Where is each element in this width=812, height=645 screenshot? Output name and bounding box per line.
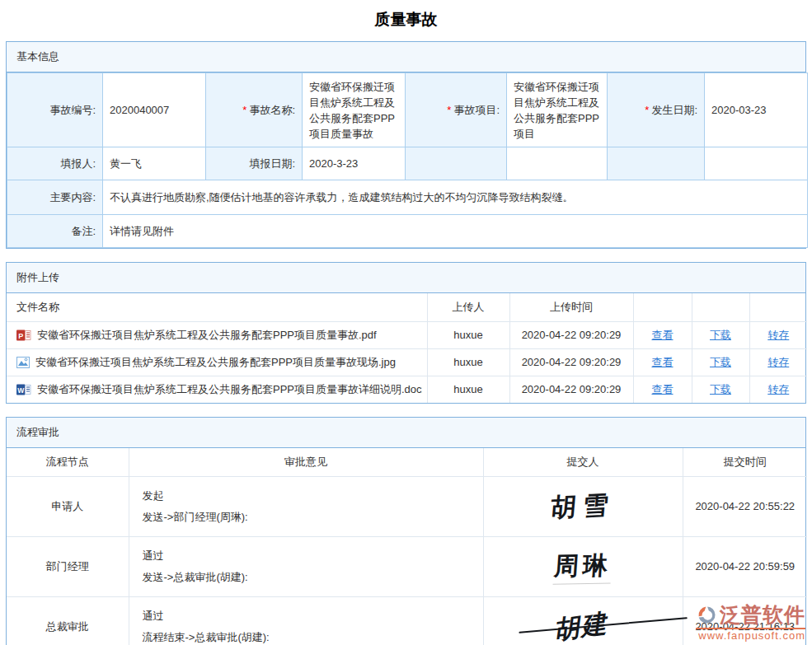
- transfer-link[interactable]: 转存: [767, 329, 789, 341]
- signature-image: 周琳: [553, 549, 613, 584]
- approval-node: 申请人: [7, 476, 129, 536]
- col-header-view: [633, 293, 692, 321]
- empty-value-cell: [507, 147, 608, 180]
- word-file-icon: W: [16, 383, 31, 396]
- attachment-row: 安徽省环保搬迁项目焦炉系统工程及公共服务配套PPP项目质量事故现场.jpg hu…: [7, 348, 807, 376]
- view-link[interactable]: 查看: [652, 356, 674, 368]
- view-link[interactable]: 查看: [652, 383, 674, 395]
- approval-submit-time: 2020-04-22 20:59:59: [683, 536, 807, 596]
- attachments-section-title: 附件上传: [7, 263, 805, 293]
- transfer-link[interactable]: 转存: [767, 356, 789, 368]
- file-name: 安徽省环保搬迁项目焦炉系统工程及公共服务配套PPP项目质量事故详细说明.docx: [37, 382, 422, 397]
- col-header-opinion: 审批意见: [129, 448, 483, 476]
- approval-submit-time: 2020-04-22 20:55:22: [683, 476, 807, 536]
- required-asterisk: *: [447, 104, 451, 116]
- accident-project-value: 安徽省环保搬迁项目焦炉系统工程及公共服务配套PPP项目: [507, 73, 608, 147]
- file-uploader: huxue: [427, 348, 509, 376]
- required-asterisk: *: [645, 104, 649, 116]
- approval-section-title: 流程审批: [7, 418, 805, 448]
- main-content-value: 不认真进行地质勘察,随便估计地基的容许承载力，造成建筑结构过大的不均匀沉降导致结…: [103, 180, 808, 215]
- pdf-file-icon: P: [16, 329, 31, 342]
- file-uploader: huxue: [427, 376, 509, 403]
- file-name: 安徽省环保搬迁项目焦炉系统工程及公共服务配套PPP项目质量事故现场.jpg: [35, 355, 396, 370]
- approval-row: 总裁审批 通过 流程结束->总裁审批(胡建): 胡建 2020-04-22 21…: [7, 596, 807, 645]
- accident-no-value: 2020040007: [103, 73, 206, 147]
- empty-value-cell: [705, 147, 808, 180]
- image-file-icon: [16, 356, 30, 369]
- approval-signature: 胡雪: [483, 476, 683, 536]
- approval-row: 部门经理 通过 发送->总裁审批(胡建): 周琳 2020-04-22 20:5…: [7, 536, 807, 596]
- file-name: 安徽省环保搬迁项目焦炉系统工程及公共服务配套PPP项目质量事故.pdf: [37, 328, 377, 343]
- remark-value: 详情请见附件: [103, 215, 808, 248]
- transfer-link[interactable]: 转存: [767, 383, 789, 395]
- download-link[interactable]: 下载: [710, 356, 731, 368]
- page-title: 质量事故: [0, 0, 812, 41]
- fanpu-logo-icon: [696, 604, 718, 626]
- required-asterisk: *: [242, 104, 246, 116]
- col-header-download: [692, 293, 749, 321]
- empty-label-cell: [608, 147, 705, 180]
- file-uploader: huxue: [427, 321, 509, 348]
- vendor-url-text: www.fanpusoft.com: [696, 628, 805, 641]
- basic-info-section-title: 基本信息: [7, 42, 805, 72]
- empty-label-cell: [406, 147, 507, 180]
- file-upload-time: 2020-04-22 09:20:29: [509, 376, 633, 403]
- basic-info-panel: 基本信息 事故编号: 2020040007 *事故名称: 安徽省环保搬迁项目焦炉…: [6, 41, 806, 249]
- approval-row: 申请人 发起 发送->部门经理(周琳): 胡雪 2020-04-22 20:55…: [7, 476, 807, 536]
- col-header-uploader: 上传人: [427, 293, 509, 321]
- attachments-panel: 附件上传 文件名称 上传人 上传时间 P 安徽省环保搬迁项目焦炉系统工程及公共服…: [6, 262, 806, 404]
- approval-node: 部门经理: [7, 536, 129, 596]
- approval-signature: 周琳: [483, 536, 683, 596]
- reporter-label: 填报人:: [7, 147, 103, 180]
- col-header-upload-time: 上传时间: [509, 293, 633, 321]
- col-header-file-name: 文件名称: [7, 293, 427, 321]
- approval-table: 流程节点 审批意见 提交人 提交时间 申请人 发起 发送->部门经理(周琳): …: [7, 448, 807, 645]
- signature-image: 胡雪: [549, 487, 617, 525]
- accident-no-label: 事故编号:: [7, 73, 103, 147]
- col-header-submitter: 提交人: [483, 448, 683, 476]
- view-link[interactable]: 查看: [652, 329, 674, 341]
- vendor-watermark: 泛普软件 www.fanpusoft.com: [696, 604, 805, 641]
- remark-label: 备注:: [7, 215, 103, 248]
- approval-panel: 流程审批 流程节点 审批意见 提交人 提交时间 申请人 发起 发送->部门经理(…: [6, 417, 806, 645]
- approval-opinion: 通过 发送->总裁审批(胡建):: [129, 536, 483, 596]
- reporter-value: 黄一飞: [103, 147, 206, 180]
- col-header-transfer: [749, 293, 807, 321]
- occur-date-label: *发生日期:: [608, 73, 705, 147]
- download-link[interactable]: 下载: [710, 383, 731, 395]
- download-link[interactable]: 下载: [710, 329, 731, 341]
- approval-opinion: 发起 发送->部门经理(周琳):: [129, 476, 483, 536]
- accident-name-value: 安徽省环保搬迁项目焦炉系统工程及公共服务配套PPP项目质量事故: [303, 73, 406, 147]
- svg-text:W: W: [17, 386, 25, 394]
- report-date-value: 2020-3-23: [303, 147, 406, 180]
- attachment-row: P 安徽省环保搬迁项目焦炉系统工程及公共服务配套PPP项目质量事故.pdf hu…: [7, 321, 807, 348]
- svg-text:P: P: [18, 331, 23, 339]
- approval-node: 总裁审批: [7, 596, 129, 645]
- report-date-label: 填报日期:: [206, 147, 303, 180]
- occur-date-value: 2020-03-23: [705, 73, 808, 147]
- accident-name-label: *事故名称:: [206, 73, 303, 147]
- approval-opinion: 通过 流程结束->总裁审批(胡建):: [129, 596, 483, 645]
- attachments-table: 文件名称 上传人 上传时间 P 安徽省环保搬迁项目焦炉系统工程及公共服务配套PP…: [7, 293, 807, 403]
- col-header-node: 流程节点: [7, 448, 129, 476]
- basic-info-table: 事故编号: 2020040007 *事故名称: 安徽省环保搬迁项目焦炉系统工程及…: [7, 72, 808, 248]
- main-content-label: 主要内容:: [7, 180, 103, 215]
- approval-signature: 胡建: [483, 596, 683, 645]
- vendor-brand-text: 泛普软件: [720, 605, 805, 625]
- file-upload-time: 2020-04-22 09:20:29: [509, 348, 633, 376]
- col-header-submit-time: 提交时间: [683, 448, 807, 476]
- accident-project-label: *事故项目:: [406, 73, 507, 147]
- file-upload-time: 2020-04-22 09:20:29: [509, 321, 633, 348]
- attachment-row: W 安徽省环保搬迁项目焦炉系统工程及公共服务配套PPP项目质量事故详细说明.do…: [7, 376, 807, 403]
